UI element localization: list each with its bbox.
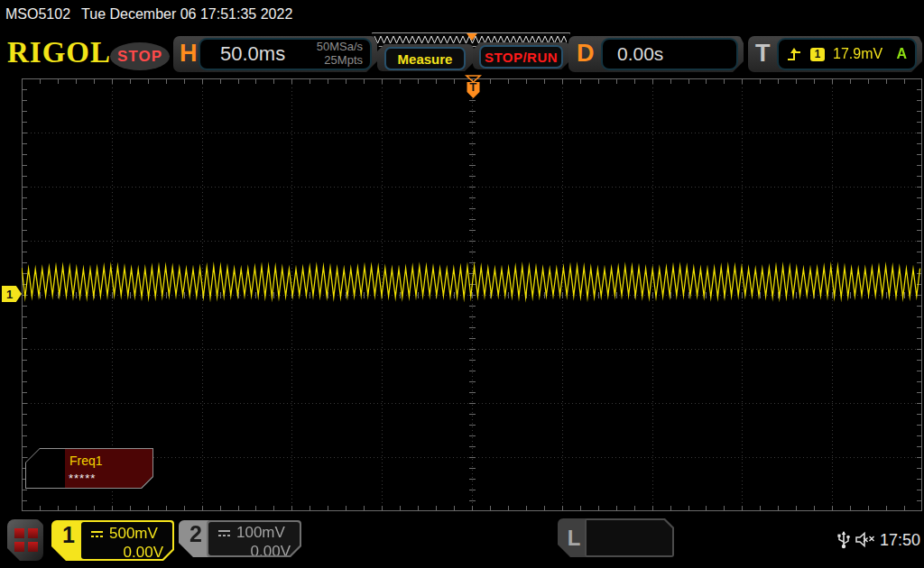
channel1-ground-marker[interactable]: 1	[2, 286, 22, 302]
trigger-source-badge: 1	[810, 48, 825, 61]
measurement-name: Freq1	[69, 453, 103, 468]
horizontal-timebase-block[interactable]: H 50.0ms 50MSa/s 25Mpts	[173, 36, 377, 72]
rigol-logo: RIGOL	[7, 36, 111, 69]
trigger-label: T	[755, 40, 771, 68]
trigger-block[interactable]: T 1 17.9mV A	[748, 36, 922, 72]
acquisition-rates: 50MSa/s 25Mpts	[317, 41, 370, 67]
rising-edge-icon	[787, 48, 802, 61]
delay-inset: 0.00s	[601, 38, 738, 70]
channel2-settings-box[interactable]: 100mV 0.00V	[207, 520, 301, 557]
menu-grid-icon	[14, 528, 24, 538]
channel2-offset: 0.00V	[208, 543, 300, 561]
menu-grid-icon	[28, 528, 38, 538]
delay-label: D	[577, 40, 595, 68]
channel2-scale: 100mV	[236, 524, 285, 542]
dc-coupling-icon	[90, 530, 104, 538]
model-name: MSO5102	[5, 6, 70, 23]
svg-text:T: T	[470, 80, 477, 94]
trigger-position-marker[interactable]: T	[464, 75, 483, 100]
timebase-inset: 50.0ms 50MSa/s 25Mpts	[199, 38, 372, 70]
channel1-scale: 500mV	[109, 525, 158, 543]
trigger-sweep-mode: A	[896, 46, 907, 62]
horizontal-delay-block[interactable]: D 0.00s	[568, 36, 744, 72]
dc-coupling-icon	[217, 529, 231, 537]
menu-grid-icon	[14, 542, 24, 552]
datetime: Tue December 06 17:51:35 2022	[81, 6, 292, 23]
trigger-inset: 1 17.9mV A	[777, 38, 917, 70]
sample-rate: 50MSa/s	[317, 41, 363, 54]
graticule-waveform-area[interactable]	[22, 78, 922, 511]
menu-grid-icon	[28, 542, 38, 552]
channel1-settings-box[interactable]: 500mV 0.00V	[79, 520, 174, 561]
channel1-marker-label: 1	[6, 288, 13, 301]
stop-run-button[interactable]: STOP/RUN	[479, 45, 563, 69]
channel2-number: 2	[189, 521, 202, 557]
clock: 17:50	[880, 531, 920, 550]
digital-row-low: 0 1 2 3 4 5 6 7	[587, 555, 672, 568]
run-state-badge: STOP	[110, 42, 170, 70]
trigger-level-value: 17.9mV	[833, 46, 882, 62]
oscilloscope-screen: MSO5102 Tue December 06 17:51:35 2022 RI…	[0, 0, 924, 568]
overview-trigger-marker-icon[interactable]	[467, 33, 477, 41]
usb-icon	[836, 528, 851, 554]
timebase-value: 50.0ms	[200, 42, 285, 66]
digital-channels-box[interactable]: 0 1 2 3 4 5 6 7 8 9 10 11 12 13 14 15	[585, 518, 674, 557]
measurement-value: *****	[69, 472, 96, 485]
speaker-muted-icon[interactable]	[855, 531, 877, 552]
memory-depth: 25Mpts	[317, 54, 363, 68]
title-bar: MSO5102 Tue December 06 17:51:35 2022	[0, 0, 924, 29]
channel1-number: 1	[62, 522, 75, 561]
horizontal-label: H	[180, 40, 198, 68]
delay-value: 0.00s	[603, 43, 663, 65]
menu-grid-button[interactable]	[7, 519, 43, 561]
channel1-offset: 0.00V	[81, 544, 172, 562]
measure-button[interactable]: Measure	[384, 47, 466, 70]
measurement-panel[interactable]: Freq1 *****	[25, 448, 153, 489]
